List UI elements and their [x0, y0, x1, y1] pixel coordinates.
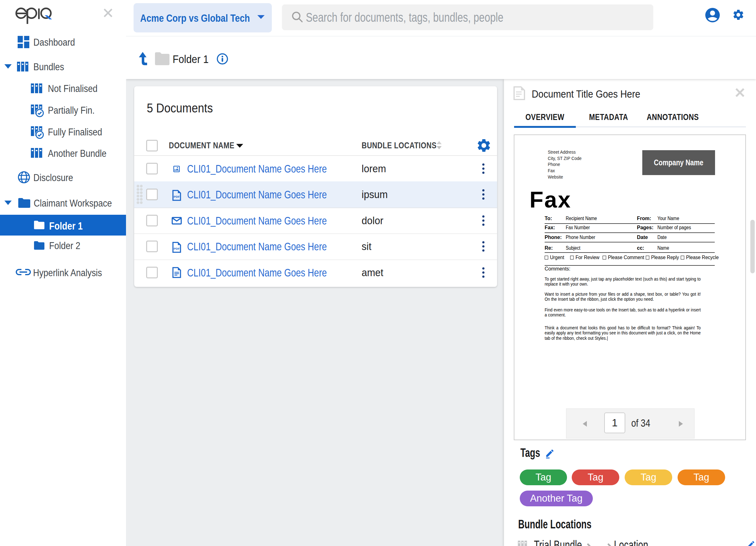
svg-text:PDF: PDF [174, 195, 180, 198]
svg-text:PDF: PDF [174, 247, 180, 250]
